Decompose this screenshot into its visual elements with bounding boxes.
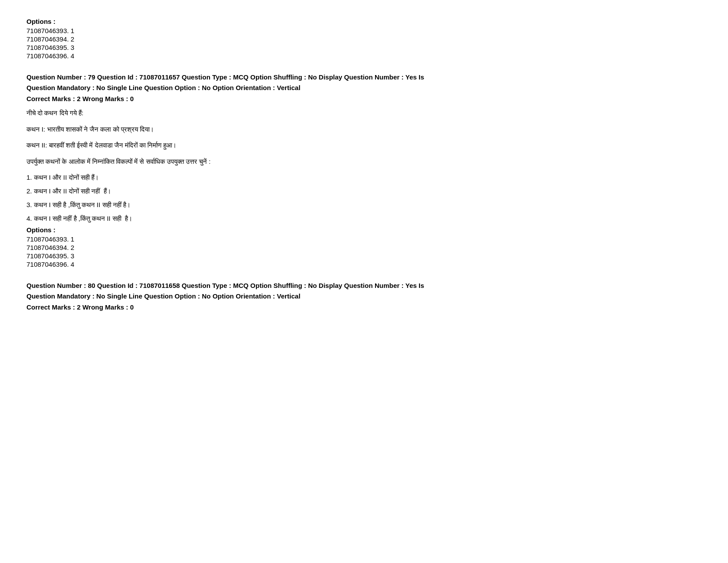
q79-options-label: Options : [26,226,702,234]
question-79-meta: Question Number : 79 Question Id : 71087… [26,72,702,93]
q79-option-4: 71087046396. 4 [26,261,702,268]
question-80-marks: Correct Marks : 2 Wrong Marks : 0 [26,303,702,311]
question-79-marks: Correct Marks : 2 Wrong Marks : 0 [26,95,702,102]
question-80-section: Question Number : 80 Question Id : 71087… [26,280,702,311]
question-79-section: Question Number : 79 Question Id : 71087… [26,72,702,268]
numbered-option-4: 4. कथन I सही नहीं है ,किंतु कथन II सही ह… [26,212,702,224]
option-item: 71087046393. 1 [26,27,702,34]
question-79-statement2: कथन II: बारहवीं शती ईस्वी में देलवाडा जै… [26,139,702,152]
q79-option-1: 71087046393. 1 [26,235,702,243]
question-79-ask: उपर्युक्त कथनों के आलोक में निम्नांकित व… [26,155,702,168]
option-item: 71087046395. 3 [26,44,702,51]
numbered-option-2: 2. कथन I और II दोनों सही नहीं हैं। [26,185,702,197]
top-options-label: Options : [26,18,702,25]
question-79-statement1: कथन I: भारतीय शासकों ने जैन कला को प्रश्… [26,123,702,136]
top-options-section: Options : 71087046393. 1 71087046394. 2 … [26,18,702,60]
numbered-option-1: 1. कथन I और II दोनों सही हैं। [26,171,702,183]
numbered-option-3: 3. कथन I सही है ,किंतु कथन II सही नहीं ह… [26,199,702,211]
q79-option-2: 71087046394. 2 [26,244,702,251]
q79-option-3: 71087046395. 3 [26,252,702,260]
option-item: 71087046396. 4 [26,52,702,60]
option-item: 71087046394. 2 [26,35,702,43]
question-80-meta: Question Number : 80 Question Id : 71087… [26,280,702,302]
question-79-intro: नीचे दो कथन दिये गये हैं: [26,107,702,120]
